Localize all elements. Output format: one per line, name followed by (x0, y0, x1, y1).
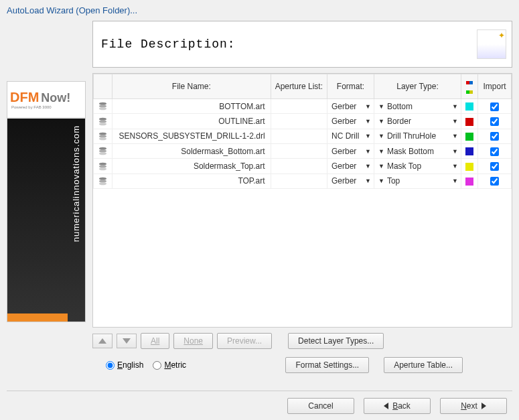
folder-icon: ✦ (477, 29, 506, 59)
select-all-button[interactable]: All (141, 333, 169, 349)
import-checkbox[interactable] (490, 132, 499, 141)
window-title: AutoLoad Wizard (Open Folder)... (0, 0, 519, 21)
back-button[interactable]: Back (364, 398, 431, 414)
cell-aperture[interactable] (271, 159, 327, 173)
chevron-down-icon: ▼ (378, 103, 384, 110)
cell-format[interactable]: Gerber▼ (327, 99, 374, 114)
layers-icon (94, 99, 113, 114)
move-up-button[interactable] (92, 334, 113, 348)
cell-format[interactable]: Gerber▼ (327, 114, 374, 129)
table-row[interactable]: Soldermask_Bottom.artGerber▼▼Mask Bottom… (94, 143, 512, 158)
cell-layertype[interactable]: ▼Mask Bottom▼ (374, 143, 461, 158)
svg-point-4 (99, 120, 106, 123)
cell-filename: BOTTOM.art (113, 99, 271, 114)
cell-format[interactable]: Gerber▼ (327, 159, 374, 173)
col-import[interactable]: Import (478, 74, 512, 99)
col-layer[interactable]: Layer Type: (374, 74, 461, 99)
chevron-down-icon: ▼ (452, 103, 458, 110)
cancel-button[interactable]: Cancel (287, 398, 354, 414)
import-checkbox[interactable] (490, 117, 499, 126)
layers-icon (94, 143, 113, 158)
preview-button[interactable]: Preview... (217, 333, 272, 349)
col-filename[interactable]: File Name: (113, 74, 271, 99)
cell-color[interactable] (461, 129, 478, 143)
cell-import[interactable] (478, 114, 512, 129)
cell-format[interactable]: NC Drill▼ (327, 129, 374, 143)
cell-aperture[interactable] (271, 114, 327, 129)
detect-layers-button[interactable]: Detect Layer Types... (288, 333, 384, 349)
cell-aperture[interactable] (271, 173, 327, 188)
aperture-table-button[interactable]: Aperture Table... (384, 357, 463, 373)
cell-layertype[interactable]: ▼Bottom▼ (374, 99, 461, 114)
brand-bold: DFM (10, 90, 39, 104)
cell-format[interactable]: Gerber▼ (327, 173, 374, 188)
cell-aperture[interactable] (271, 129, 327, 143)
footer: Cancel Back Next (0, 398, 519, 414)
cell-color[interactable] (461, 159, 478, 173)
table-row[interactable]: BOTTOM.artGerber▼▼Bottom▼ (94, 99, 512, 114)
move-down-button[interactable] (117, 334, 137, 348)
format-settings-button[interactable]: Format Settings... (285, 357, 369, 373)
chevron-down-icon: ▼ (365, 118, 371, 125)
cell-import[interactable] (478, 173, 512, 188)
import-checkbox[interactable] (490, 177, 499, 186)
cell-import[interactable] (478, 129, 512, 143)
cell-import[interactable] (478, 99, 512, 114)
unit-english[interactable]: English (106, 360, 143, 370)
cell-color[interactable] (461, 143, 478, 158)
table-row[interactable]: Soldermask_Top.artGerber▼▼Mask Top▼ (94, 159, 512, 173)
chevron-down-icon: ▼ (365, 178, 371, 184)
svg-point-12 (99, 162, 106, 165)
layers-icon (94, 129, 113, 143)
layers-icon (94, 173, 113, 188)
svg-point-15 (99, 178, 106, 180)
cell-import[interactable] (478, 159, 512, 173)
cell-color[interactable] (461, 173, 478, 188)
unit-row: English Metric Format Settings... Apertu… (92, 357, 512, 373)
chevron-down-icon: ▼ (378, 133, 384, 139)
import-checkbox[interactable] (490, 162, 499, 171)
select-none-button[interactable]: None (173, 333, 213, 349)
table-row[interactable]: SENSORS_SUBSYSTEM_DRILL-1-2.drlNC Drill▼… (94, 129, 512, 143)
cell-layertype[interactable]: ▼Drill ThruHole▼ (374, 129, 461, 143)
cell-filename: SENSORS_SUBSYSTEM_DRILL-1-2.drl (113, 129, 271, 143)
svg-point-1 (99, 105, 106, 108)
svg-marker-18 (98, 338, 106, 344)
svg-point-2 (99, 108, 106, 111)
svg-point-3 (99, 117, 106, 120)
cell-import[interactable] (478, 143, 512, 158)
cell-layertype[interactable]: ▼Top▼ (374, 173, 461, 188)
import-checkbox[interactable] (490, 102, 499, 111)
table-row[interactable]: OUTLINE.artGerber▼▼Border▼ (94, 114, 512, 129)
cell-color[interactable] (461, 99, 478, 114)
svg-point-17 (99, 182, 106, 185)
next-button[interactable]: Next (440, 398, 507, 414)
layers-icon (94, 114, 113, 129)
cell-filename: OUTLINE.art (113, 114, 271, 129)
chevron-down-icon: ▼ (452, 163, 458, 169)
brand-now: Now! (41, 91, 70, 104)
cell-aperture[interactable] (271, 143, 327, 158)
svg-point-16 (99, 180, 106, 182)
svg-point-0 (99, 102, 106, 105)
cell-aperture[interactable] (271, 99, 327, 114)
chevron-down-icon: ▼ (452, 118, 458, 125)
color-swatch (465, 118, 473, 126)
chevron-down-icon: ▼ (378, 163, 384, 169)
import-checkbox[interactable] (490, 147, 499, 156)
cell-layertype[interactable]: ▼Border▼ (374, 114, 461, 129)
table-row[interactable]: TOP.artGerber▼▼Top▼ (94, 173, 512, 188)
unit-metric[interactable]: Metric (153, 360, 186, 370)
cell-format[interactable]: Gerber▼ (327, 143, 374, 158)
color-swatch (465, 147, 473, 155)
cell-filename: Soldermask_Bottom.art (113, 143, 271, 158)
chevron-down-icon: ▼ (378, 118, 384, 125)
cell-color[interactable] (461, 114, 478, 129)
col-aperture[interactable]: Aperture List: (271, 74, 327, 99)
file-table: File Name: Aperture List: Format: Layer … (92, 73, 512, 328)
sidebar-banner: DFMNow! Powered by FAB 3000 numericalinn… (7, 81, 86, 322)
chevron-down-icon: ▼ (365, 133, 371, 139)
col-format[interactable]: Format: (327, 74, 374, 99)
chevron-down-icon: ▼ (378, 178, 384, 184)
cell-layertype[interactable]: ▼Mask Top▼ (374, 159, 461, 173)
